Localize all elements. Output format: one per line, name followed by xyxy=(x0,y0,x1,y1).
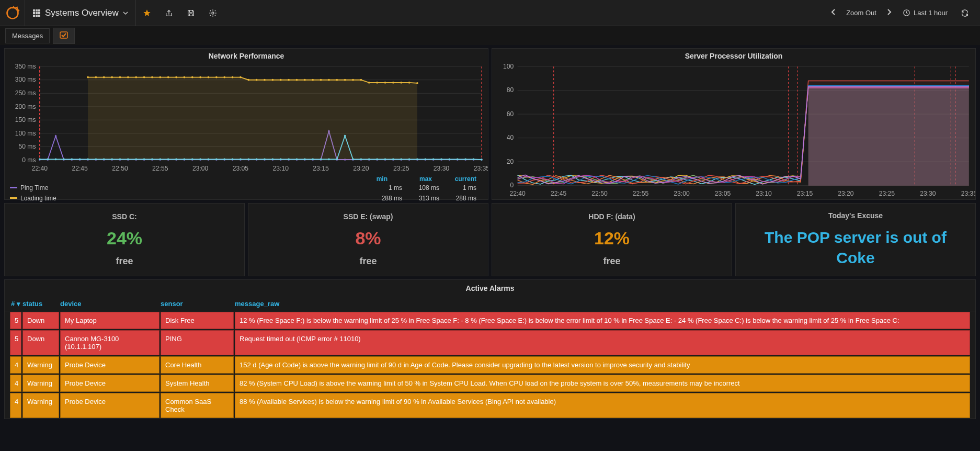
col-num[interactable]: # ▾ xyxy=(10,300,21,308)
svg-point-131 xyxy=(296,79,298,81)
legend-item[interactable]: Ping Time 1 ms108 ms1 ms xyxy=(10,183,483,193)
panel-excuse[interactable]: Today's Excuse The POP server is out of … xyxy=(735,203,976,276)
panel-network-performance[interactable]: Network Performance 0 ms50 ms100 ms150 m… xyxy=(4,48,488,200)
svg-point-127 xyxy=(264,79,266,81)
stat-title: HDD F: (data) xyxy=(588,212,635,221)
refresh-icon[interactable] xyxy=(954,0,976,26)
alarm-device: Probe Device xyxy=(60,393,159,418)
svg-text:23:10: 23:10 xyxy=(273,165,289,172)
svg-rect-9 xyxy=(36,15,38,17)
svg-point-136 xyxy=(336,79,338,81)
caret-down-icon xyxy=(123,10,128,16)
svg-point-186 xyxy=(352,159,354,161)
svg-text:200 ms: 200 ms xyxy=(15,103,36,110)
col-status[interactable]: status xyxy=(22,300,59,308)
svg-point-159 xyxy=(135,159,137,161)
svg-point-153 xyxy=(87,159,89,161)
svg-rect-2 xyxy=(33,9,35,12)
svg-point-173 xyxy=(247,159,249,161)
svg-point-126 xyxy=(256,79,258,81)
col-sensor[interactable]: sensor xyxy=(161,300,234,308)
svg-point-160 xyxy=(143,159,145,161)
save-icon[interactable] xyxy=(180,0,202,26)
svg-point-170 xyxy=(223,159,225,161)
svg-point-143 xyxy=(392,82,394,84)
chart-body[interactable]: 02040608010022:4022:4522:5022:5523:0023:… xyxy=(492,63,975,198)
alarm-priority: 4 xyxy=(10,393,21,418)
chart-title: Network Performance xyxy=(5,49,488,63)
svg-point-140 xyxy=(368,82,370,84)
alarm-status: Warning xyxy=(22,356,59,374)
alarm-row[interactable]: 4 Warning Probe Device Common SaaS Check… xyxy=(5,392,975,419)
tab-messages[interactable]: Messages xyxy=(5,28,50,43)
svg-point-165 xyxy=(184,159,186,161)
svg-point-193 xyxy=(408,159,411,161)
time-back-button[interactable] xyxy=(826,6,841,20)
svg-point-180 xyxy=(304,159,306,161)
excuse-text: The POP server is out of Coke xyxy=(736,227,975,268)
excuse-title: Today's Excuse xyxy=(828,211,883,220)
svg-rect-13 xyxy=(60,32,67,38)
svg-point-147 xyxy=(39,159,41,161)
svg-point-158 xyxy=(127,159,129,161)
stat-panel[interactable]: SSD C: 24% free xyxy=(4,203,245,276)
svg-point-150 xyxy=(63,159,65,161)
svg-point-192 xyxy=(400,159,402,161)
svg-text:23:25: 23:25 xyxy=(879,190,895,197)
stat-sub: free xyxy=(359,256,377,267)
stat-value: 8% xyxy=(355,228,381,249)
alarm-sensor: System Health xyxy=(161,375,234,392)
svg-point-189 xyxy=(376,159,378,161)
panel-active-alarms: Active Alarms # ▾ status device sensor m… xyxy=(4,279,976,419)
grid-icon xyxy=(32,9,41,17)
svg-point-130 xyxy=(288,79,290,81)
time-range-picker[interactable]: Last 1 hour xyxy=(897,9,953,17)
svg-rect-3 xyxy=(36,9,38,12)
alarm-row[interactable]: 5 Down My Laptop Disk Free 12 % (Free Sp… xyxy=(5,311,975,330)
col-message[interactable]: message_raw xyxy=(235,300,970,308)
svg-text:23:20: 23:20 xyxy=(838,190,854,197)
grafana-logo[interactable] xyxy=(0,0,25,26)
panel-cpu-utilization[interactable]: Server Processor Utilization 02040608010… xyxy=(492,48,976,200)
stat-panel[interactable]: HDD F: (data) 12% free xyxy=(492,203,732,276)
time-forward-button[interactable] xyxy=(882,6,896,20)
svg-text:22:55: 22:55 xyxy=(633,190,649,197)
tab-checked[interactable] xyxy=(53,28,75,44)
svg-text:22:50: 22:50 xyxy=(112,165,128,172)
alarm-message: 82 % (System CPU Load) is above the warn… xyxy=(235,375,970,392)
chart-body[interactable]: 0 ms50 ms100 ms150 ms200 ms250 ms300 ms3… xyxy=(5,63,488,173)
zoom-out-button[interactable]: Zoom Out xyxy=(842,6,881,20)
svg-point-167 xyxy=(199,159,201,161)
svg-point-172 xyxy=(240,159,242,161)
svg-point-105 xyxy=(87,76,89,78)
col-device[interactable]: device xyxy=(60,300,159,308)
svg-text:300 ms: 300 ms xyxy=(15,76,36,83)
alarm-message: Request timed out (ICMP error # 11010) xyxy=(235,330,970,355)
svg-point-154 xyxy=(95,159,97,161)
alarm-row[interactable]: 4 Warning Probe Device Core Health 152 d… xyxy=(5,356,975,374)
alarm-row[interactable]: 5 Down Cannon MG-3100 (10.1.1.107) PING … xyxy=(5,330,975,356)
svg-point-121 xyxy=(215,76,218,78)
svg-point-200 xyxy=(464,159,466,161)
svg-rect-6 xyxy=(36,12,38,14)
share-icon[interactable] xyxy=(158,0,180,26)
settings-icon[interactable] xyxy=(202,0,224,26)
svg-point-108 xyxy=(111,76,113,78)
alarm-row[interactable]: 4 Warning Probe Device System Health 82 … xyxy=(5,374,975,392)
dashboard-title: Systems Overview xyxy=(45,8,119,18)
alarm-device: Cannon MG-3100 (10.1.1.107) xyxy=(60,330,159,355)
svg-text:0 ms: 0 ms xyxy=(22,156,36,164)
svg-point-185 xyxy=(344,135,346,137)
dashboard-picker[interactable]: Systems Overview xyxy=(25,0,136,26)
svg-text:22:40: 22:40 xyxy=(32,165,48,172)
svg-point-144 xyxy=(400,82,402,84)
alarm-priority: 4 xyxy=(10,356,21,374)
legend-item[interactable]: Loading time 288 ms313 ms288 ms xyxy=(10,193,483,204)
svg-text:350 ms: 350 ms xyxy=(15,63,36,70)
star-icon[interactable] xyxy=(136,0,158,26)
svg-point-11 xyxy=(212,12,214,14)
svg-text:23:35: 23:35 xyxy=(961,190,975,197)
svg-text:60: 60 xyxy=(507,110,514,118)
svg-text:22:55: 22:55 xyxy=(152,165,168,172)
stat-panel[interactable]: SSD E: (swap) 8% free xyxy=(248,203,488,276)
